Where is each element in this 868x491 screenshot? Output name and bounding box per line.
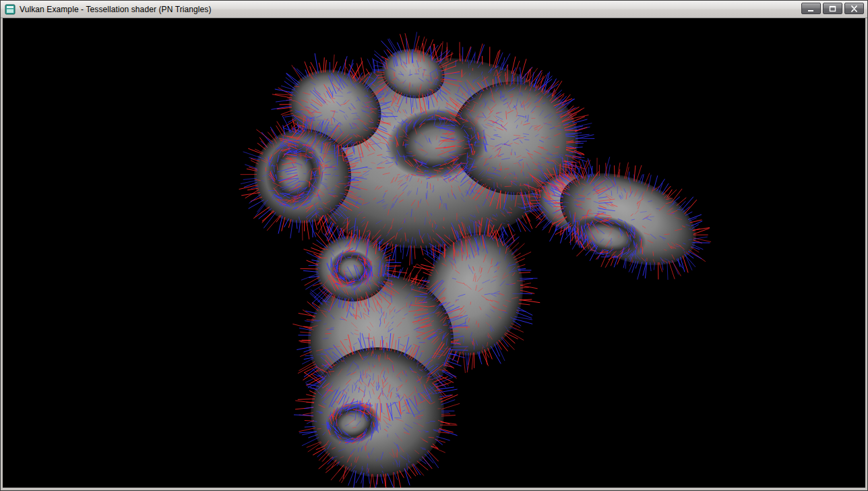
title-bar[interactable]: Vulkan Example - Tessellation shader (PN… xyxy=(1,1,867,18)
close-button[interactable] xyxy=(844,3,864,14)
maximize-button[interactable] xyxy=(823,3,842,14)
app-window: Vulkan Example - Tessellation shader (PN… xyxy=(0,0,868,491)
vulkan-app-icon xyxy=(5,4,16,15)
window-controls xyxy=(801,3,864,14)
render-viewport xyxy=(1,18,867,490)
minimize-icon xyxy=(807,5,815,12)
minimize-button[interactable] xyxy=(801,3,821,14)
maximize-icon xyxy=(829,5,836,12)
window-title: Vulkan Example - Tessellation shader (PN… xyxy=(20,5,212,14)
model-canvas[interactable] xyxy=(3,18,865,488)
app-icon xyxy=(5,4,16,15)
close-icon xyxy=(850,5,858,12)
